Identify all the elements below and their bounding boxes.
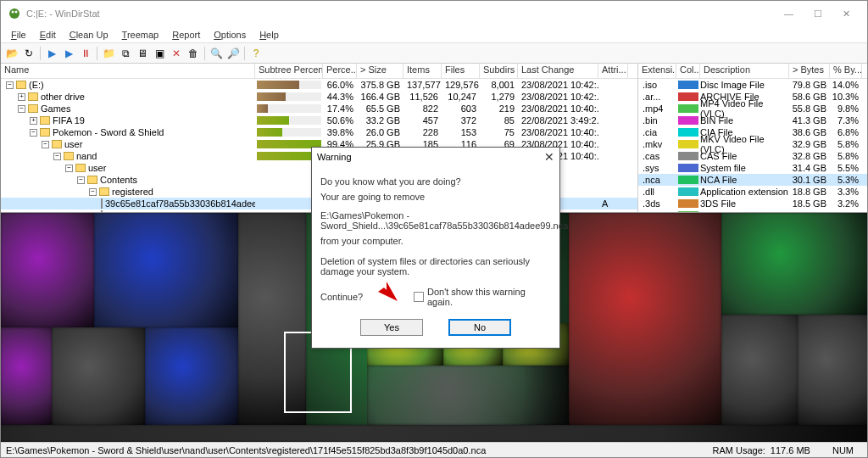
zoom-out-icon[interactable]: 🔎 bbox=[225, 46, 241, 61]
column-header[interactable]: Subdirs bbox=[480, 64, 518, 78]
zoom-in-icon[interactable]: 🔍 bbox=[209, 46, 224, 61]
treemap-block[interactable] bbox=[1, 425, 868, 442]
yes-button[interactable]: Yes bbox=[360, 319, 423, 336]
treemap-block[interactable] bbox=[145, 327, 238, 425]
menu-treemap[interactable]: Treemap bbox=[115, 30, 166, 40]
expander-icon[interactable]: − bbox=[53, 153, 61, 160]
treemap-block[interactable] bbox=[721, 213, 868, 315]
column-header[interactable]: Files bbox=[442, 64, 480, 78]
extension-row[interactable]: .mp4MP4 Video File (VLC)55.8 GB9.8% bbox=[638, 103, 867, 114]
extension-row[interactable]: .binBIN File41.3 GB7.3% bbox=[638, 114, 867, 126]
treemap-block[interactable] bbox=[238, 213, 306, 425]
treemap-block[interactable] bbox=[721, 315, 798, 425]
column-header[interactable]: Items bbox=[403, 64, 442, 78]
menu-file[interactable]: File bbox=[4, 30, 33, 40]
titlebar: C:|E: - WinDirStat — ☐ ✕ bbox=[1, 1, 867, 26]
recycle-icon[interactable]: 🗑 bbox=[186, 46, 201, 61]
folder-icon bbox=[28, 92, 38, 101]
extension-row[interactable]: .dllApplication extension18.8 GB3.3% bbox=[638, 186, 867, 198]
color-swatch bbox=[678, 140, 698, 148]
folder-icon[interactable]: 📁 bbox=[101, 46, 116, 61]
item-label: Contents bbox=[100, 175, 137, 185]
help-icon[interactable]: ? bbox=[248, 46, 264, 61]
menu-options[interactable]: Options bbox=[207, 30, 253, 40]
extension-panel[interactable]: Extensi...Col...Description> Bytes% By..… bbox=[638, 64, 867, 212]
expander-icon[interactable]: − bbox=[42, 141, 49, 148]
expander-icon[interactable]: − bbox=[89, 188, 97, 196]
pause-icon[interactable]: ⏸ bbox=[78, 46, 93, 61]
menu-report[interactable]: Report bbox=[165, 30, 207, 40]
tree-row[interactable]: +other drive44.3%166.4 GB11,52610,2471,2… bbox=[1, 91, 637, 103]
ram-usage-value: 117.6 MB bbox=[771, 445, 810, 455]
extension-row[interactable]: .mkvMKV Video File (VLC)32.9 GB5.8% bbox=[638, 138, 867, 150]
treemap-block[interactable] bbox=[52, 327, 145, 425]
menu-clean-up[interactable]: Clean Up bbox=[63, 30, 115, 40]
no-button[interactable]: No bbox=[448, 319, 511, 336]
item-label: user bbox=[64, 139, 82, 149]
column-header[interactable]: Attri... bbox=[598, 64, 628, 78]
delete-icon[interactable]: ✕ bbox=[169, 46, 184, 61]
column-header[interactable]: % By... bbox=[830, 64, 862, 78]
warning-dialog: Warning ✕ Do you know what you are doing… bbox=[311, 147, 560, 349]
treemap-block[interactable] bbox=[1, 213, 94, 327]
dialog-path: E:\Games\Pokemon - Sword_Shield...\39c65… bbox=[320, 210, 551, 231]
column-header[interactable]: Col... bbox=[676, 64, 700, 78]
close-button[interactable]: ✕ bbox=[839, 8, 854, 20]
dont-show-checkbox[interactable]: Don't show this warning again. bbox=[414, 287, 551, 307]
refresh-icon[interactable]: ↻ bbox=[21, 46, 36, 61]
cmd-icon[interactable]: ▣ bbox=[152, 46, 167, 61]
extension-row[interactable]: .isoDisc Image File79.8 GB14.0% bbox=[638, 79, 867, 91]
expander-icon[interactable]: − bbox=[6, 81, 14, 89]
extension-row[interactable]: .sysSystem file31.4 GB5.5% bbox=[638, 162, 867, 174]
minimize-button[interactable]: — bbox=[781, 8, 797, 20]
expander-icon[interactable]: + bbox=[30, 117, 37, 125]
folder-icon bbox=[52, 140, 62, 148]
column-header[interactable]: Description bbox=[700, 64, 789, 78]
color-swatch bbox=[678, 104, 698, 113]
copy-icon[interactable]: ⧉ bbox=[118, 46, 133, 61]
expander-icon[interactable]: + bbox=[18, 93, 25, 101]
tree-row[interactable]: −Pokemon - Sword & Shield39.8%26.0 GB228… bbox=[1, 126, 637, 138]
column-header[interactable]: Perce... bbox=[323, 64, 357, 78]
tree-header: NameSubtree Percent...Perce...> SizeItem… bbox=[1, 64, 637, 79]
tree-row[interactable]: −(E:)66.0%375.8 GB137,577129,5768,00123/… bbox=[1, 79, 637, 91]
play-icon[interactable]: ▶ bbox=[44, 46, 59, 61]
folder-icon bbox=[75, 164, 86, 172]
window-controls: — ☐ ✕ bbox=[781, 8, 854, 20]
open-icon[interactable]: 📂 bbox=[4, 46, 19, 61]
extension-row[interactable]: .ncaNCA File30.1 GB5.3% bbox=[638, 174, 867, 186]
extension-row[interactable]: .3ds3DS File18.5 GB3.2% bbox=[638, 198, 867, 209]
ram-usage-label: RAM Usage: bbox=[712, 445, 765, 455]
color-swatch bbox=[678, 199, 698, 208]
dialog-close-icon[interactable]: ✕ bbox=[544, 150, 554, 164]
column-header[interactable]: Name bbox=[1, 64, 255, 78]
treemap-block[interactable] bbox=[1, 327, 52, 425]
expander-icon[interactable]: − bbox=[18, 105, 25, 113]
play-icon[interactable]: ▶ bbox=[61, 46, 76, 61]
expander-icon[interactable]: − bbox=[65, 165, 73, 172]
expander-icon[interactable]: − bbox=[77, 176, 85, 184]
color-swatch bbox=[678, 92, 698, 101]
column-header[interactable]: Last Change bbox=[518, 64, 598, 78]
treemap-block[interactable] bbox=[94, 213, 238, 327]
column-header[interactable]: Subtree Percent... bbox=[255, 64, 323, 78]
column-header[interactable]: Extensi... bbox=[638, 64, 676, 78]
folder-icon bbox=[40, 116, 50, 125]
expander-icon[interactable]: − bbox=[30, 129, 37, 137]
menu-edit[interactable]: Edit bbox=[33, 30, 63, 40]
extension-row[interactable]: .bigBIG File12.9 GB2.2% bbox=[638, 209, 867, 212]
extension-row[interactable]: .casCAS File32.8 GB5.8% bbox=[638, 150, 867, 162]
treemap-block[interactable] bbox=[569, 213, 721, 425]
treemap-block[interactable] bbox=[367, 366, 569, 425]
treemap-block[interactable] bbox=[798, 315, 868, 425]
checkbox-icon[interactable] bbox=[414, 292, 424, 302]
menu-help[interactable]: Help bbox=[253, 30, 286, 40]
explorer-icon[interactable]: 🖥 bbox=[135, 46, 150, 61]
column-header[interactable]: > Size bbox=[357, 64, 403, 78]
tree-row[interactable]: +FIFA 1950.6%33.2 GB4573728522/08/2021 3… bbox=[1, 114, 637, 126]
dialog-titlebar: Warning ✕ bbox=[312, 148, 559, 166]
dialog-title-text: Warning bbox=[317, 152, 544, 162]
tree-row[interactable]: −Games17.4%65.5 GB82260321923/08/2021 10… bbox=[1, 103, 637, 114]
column-header[interactable]: > Bytes bbox=[789, 64, 830, 78]
maximize-button[interactable]: ☐ bbox=[810, 8, 826, 20]
